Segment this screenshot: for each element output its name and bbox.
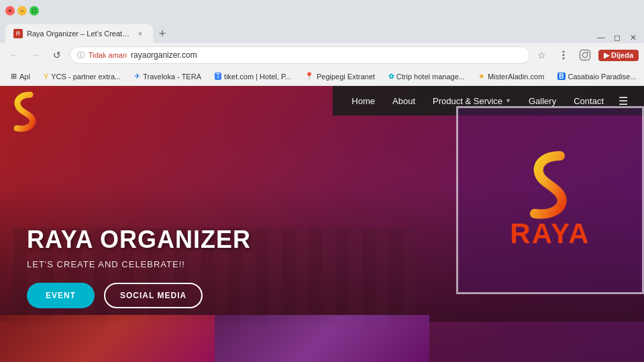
nav-home[interactable]: Home	[343, 92, 383, 110]
website-content: Home About Product & Service ▼ Gallery C…	[0, 86, 644, 362]
security-label: Tidak aman	[89, 51, 127, 59]
extensions-btn[interactable]	[555, 47, 572, 63]
window-controls[interactable]: × − □	[5, 6, 39, 15]
bookmark-favicon-casabaio: B	[557, 73, 565, 80]
close-window-btn[interactable]: ×	[5, 6, 15, 15]
instagram-icon	[577, 47, 593, 63]
address-bar-row: ← → ↺ ⓘ Tidak aman rayaorganizer.com ☆ ▶…	[0, 43, 644, 67]
social-media-btn[interactable]: SOCIAL MEDIA	[104, 283, 203, 308]
svg-rect-3	[580, 50, 590, 60]
bookmark-traveloka[interactable]: ✈ Traveloka - TERA	[129, 71, 207, 82]
nav-about[interactable]: About	[384, 92, 423, 110]
new-tab-btn[interactable]: +	[153, 24, 172, 43]
win-minimize-btn[interactable]: —	[596, 32, 606, 43]
bookmark-ycs[interactable]: Y YCS - partner extra...	[38, 71, 126, 82]
bookmark-label: Casabaio Paradise...	[568, 73, 637, 81]
bookmark-label: Ctrip hotel manage...	[396, 73, 465, 81]
svg-point-0	[562, 51, 564, 53]
bookmark-label: Apl	[19, 73, 30, 81]
reload-btn[interactable]: ↺	[48, 46, 66, 64]
chevron-down-icon: ▼	[505, 97, 511, 104]
svg-point-2	[562, 58, 564, 60]
window-controls-right: — ◻ ✕	[596, 32, 639, 43]
bookmark-label: Pegipegi Extranet	[317, 73, 375, 81]
tab-title: Raya Organizer – Let's Create an...	[27, 30, 131, 38]
address-bar-right: ☆ ▶ Dijeda	[534, 47, 639, 63]
hero-buttons: EVENT SOCIAL MEDIA	[27, 283, 251, 308]
bookmark-favicon-misteraladin: ★	[478, 72, 485, 81]
profile-btn[interactable]: ▶ Dijeda	[598, 50, 639, 61]
hero-content: RAYA ORGANIZER LET'S CREATE AND CELEBRAT…	[27, 226, 251, 308]
title-bar: × − □	[0, 0, 644, 21]
tab-close-btn[interactable]: ×	[136, 29, 145, 38]
bookmark-pegipegi[interactable]: 📍 Pegipegi Extranet	[299, 71, 380, 82]
event-btn[interactable]: EVENT	[27, 283, 95, 308]
logo-card: RAYA	[456, 106, 644, 294]
bookmark-label: Traveloka - TERA	[143, 73, 201, 81]
tab-bar: R Raya Organizer – Let's Create an... × …	[0, 21, 644, 43]
bottom-strip	[0, 315, 429, 362]
raya-logo-big: RAYA	[510, 150, 590, 250]
address-bar[interactable]: ⓘ Tidak aman rayaorganizer.com	[70, 46, 530, 64]
svg-point-1	[562, 54, 564, 56]
lock-icon: ⓘ	[77, 50, 85, 60]
bookmark-ctrip[interactable]: ✿ Ctrip hotel manage...	[383, 71, 470, 82]
profile-icon: ▶	[604, 51, 609, 59]
bookmarks-bar: ⊞ Apl Y YCS - partner extra... ✈ Travelo…	[0, 67, 644, 86]
raya-name: RAYA	[510, 218, 590, 250]
bookmark-favicon-pegipegi: 📍	[305, 72, 314, 81]
bookmark-label: tiket.com | Hotel, P...	[224, 73, 291, 81]
maximize-window-btn[interactable]: □	[30, 6, 39, 15]
bookmark-favicon-traveloka: ✈	[134, 72, 140, 81]
bookmark-label: MisterAladin.com	[488, 73, 544, 81]
nav-product-service-label: Product & Service	[433, 96, 502, 106]
tab-favicon: R	[13, 29, 23, 38]
bookmark-tiket[interactable]: T tiket.com | Hotel, P...	[209, 71, 297, 82]
bookmark-favicon-ycs: Y	[44, 73, 48, 81]
svg-point-5	[588, 52, 588, 53]
back-btn[interactable]: ←	[5, 46, 23, 64]
strip-thumb-2	[215, 315, 429, 362]
bookmark-label: YCS - partner extra...	[51, 73, 121, 81]
bookmark-star-btn[interactable]: ☆	[534, 47, 550, 63]
hero-title: RAYA ORGANIZER	[27, 226, 251, 254]
minimize-window-btn[interactable]: −	[17, 6, 27, 15]
win-close-btn[interactable]: ✕	[628, 32, 639, 43]
forward-btn[interactable]: →	[27, 46, 44, 64]
svg-point-4	[582, 52, 588, 58]
bookmark-casabaio[interactable]: B Casabaio Paradise...	[552, 71, 641, 82]
win-restore-btn[interactable]: ◻	[612, 32, 623, 43]
bookmark-misteraladin[interactable]: ★ MisterAladin.com	[473, 71, 549, 82]
bookmark-favicon-tiket: T	[215, 73, 221, 80]
active-tab[interactable]: R Raya Organizer – Let's Create an... ×	[5, 24, 153, 43]
apps-icon: ⊞	[11, 72, 17, 81]
strip-thumb-1	[0, 315, 215, 362]
profile-label: Dijeda	[611, 51, 633, 59]
bookmark-favicon-ctrip: ✿	[388, 73, 394, 80]
url-display: rayaorganizer.com	[131, 50, 197, 60]
hero-subtitle: LET'S CREATE AND CELEBRATE!!	[27, 259, 251, 269]
bookmark-apl[interactable]: ⊞ Apl	[5, 71, 36, 82]
